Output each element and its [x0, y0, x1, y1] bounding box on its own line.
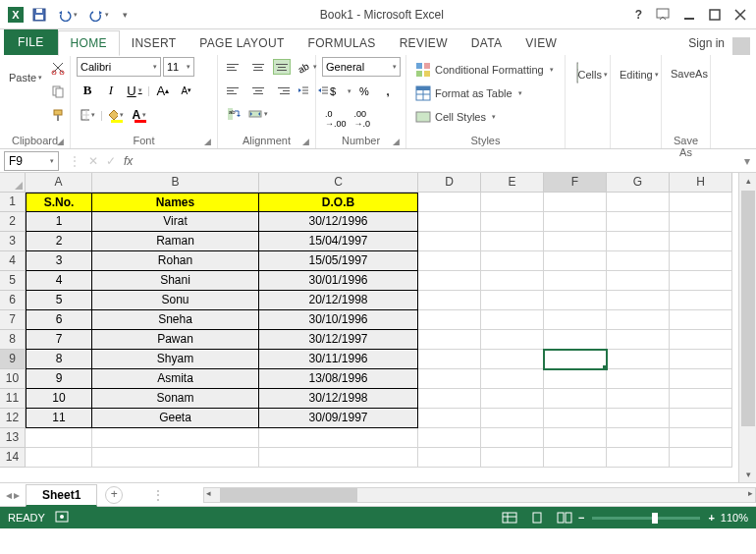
cell-E4[interactable] — [481, 251, 544, 271]
page-layout-view-button[interactable] — [525, 510, 549, 526]
cell-A4[interactable]: 3 — [26, 251, 92, 271]
conditional-formatting-button[interactable]: Conditional Formatting▾ — [412, 59, 557, 81]
cell-F2[interactable] — [544, 212, 607, 232]
maximize-button[interactable] — [709, 9, 721, 21]
column-header-C[interactable]: C — [259, 173, 418, 193]
cell-C1[interactable]: D.O.B — [259, 193, 418, 212]
cell-H6[interactable] — [670, 291, 732, 310]
cell-B5[interactable]: Shani — [92, 271, 259, 291]
tab-review[interactable]: REVIEW — [388, 31, 459, 55]
normal-view-button[interactable] — [498, 510, 521, 526]
clipboard-launcher[interactable]: ◢ — [57, 137, 64, 146]
align-left-button[interactable] — [224, 81, 245, 100]
cell-H9[interactable] — [670, 350, 732, 369]
horizontal-scroll-thumb[interactable] — [220, 488, 357, 502]
row-header-1[interactable]: 1 — [0, 193, 26, 212]
cell-A5[interactable]: 4 — [26, 271, 92, 291]
worksheet-grid[interactable]: ABCDEFGH 1234567891011121314 S.No.NamesD… — [0, 173, 756, 483]
row-header-7[interactable]: 7 — [0, 310, 26, 330]
cell-G6[interactable] — [607, 291, 670, 310]
align-bottom-button[interactable] — [271, 57, 293, 77]
cell-C14[interactable] — [259, 448, 418, 468]
tab-file[interactable]: FILE — [4, 29, 58, 55]
cell-C12[interactable]: 30/09/1997 — [259, 409, 418, 428]
cell-styles-button[interactable]: Cell Styles▾ — [412, 106, 499, 128]
cell-B1[interactable]: Names — [92, 193, 259, 212]
cell-D12[interactable] — [418, 409, 481, 428]
font-name-combo[interactable]: Calibri▾ — [77, 57, 161, 77]
cell-H14[interactable] — [670, 448, 732, 468]
cell-D14[interactable] — [418, 448, 481, 468]
column-header-E[interactable]: E — [481, 173, 544, 193]
signin-link[interactable]: Sign in — [680, 31, 732, 55]
cell-E1[interactable] — [481, 193, 544, 212]
sheet-nav-next[interactable]: ▸ — [14, 488, 20, 502]
cell-A2[interactable]: 1 — [26, 212, 92, 232]
column-header-H[interactable]: H — [670, 173, 732, 193]
format-painter-button[interactable] — [47, 104, 69, 126]
scroll-up-button[interactable]: ▴ — [739, 173, 756, 189]
cell-F14[interactable] — [544, 448, 607, 468]
cell-B6[interactable]: Sonu — [92, 291, 259, 310]
qat-undo-button[interactable]: ▾ — [55, 5, 81, 25]
cell-E14[interactable] — [481, 448, 544, 468]
cell-F1[interactable] — [544, 193, 607, 212]
cell-A13[interactable] — [26, 428, 92, 448]
alignment-launcher[interactable]: ◢ — [302, 137, 309, 146]
cells-button[interactable]: Cells▾ — [571, 57, 611, 92]
macro-record-icon[interactable] — [55, 511, 69, 525]
cell-E10[interactable] — [481, 369, 544, 389]
shrink-font-button[interactable]: A▾ — [176, 80, 197, 101]
cell-C4[interactable]: 15/05/1997 — [259, 251, 418, 271]
tab-home[interactable]: HOME — [58, 30, 120, 56]
align-center-button[interactable] — [247, 81, 269, 100]
cell-C9[interactable]: 30/11/1996 — [259, 350, 418, 369]
tab-view[interactable]: VIEW — [513, 31, 568, 55]
help-button[interactable]: ? — [635, 8, 642, 22]
cell-G12[interactable] — [607, 409, 670, 428]
new-sheet-button[interactable]: + — [105, 486, 123, 504]
cell-D11[interactable] — [418, 389, 481, 409]
cell-C8[interactable]: 30/12/1997 — [259, 330, 418, 350]
tab-formulas[interactable]: FORMULAS — [297, 31, 388, 55]
cell-B9[interactable]: Shyam — [92, 350, 259, 369]
cell-D4[interactable] — [418, 251, 481, 271]
align-middle-button[interactable] — [247, 57, 269, 77]
font-color-button[interactable]: A▾ — [129, 104, 150, 126]
cell-E5[interactable] — [481, 271, 544, 291]
cell-C3[interactable]: 15/04/1997 — [259, 232, 418, 251]
cell-C2[interactable]: 30/12/1996 — [259, 212, 418, 232]
font-launcher[interactable]: ◢ — [204, 137, 211, 146]
cell-D6[interactable] — [418, 291, 481, 310]
page-break-view-button[interactable] — [553, 510, 576, 526]
cell-G8[interactable] — [607, 330, 670, 350]
cell-B2[interactable]: Virat — [92, 212, 259, 232]
column-header-A[interactable]: A — [26, 173, 92, 193]
cell-E11[interactable] — [481, 389, 544, 409]
cell-F6[interactable] — [544, 291, 607, 310]
cell-A10[interactable]: 9 — [26, 369, 92, 389]
cell-D13[interactable] — [418, 428, 481, 448]
cell-D7[interactable] — [418, 310, 481, 330]
number-launcher[interactable]: ◢ — [393, 137, 400, 146]
cell-F10[interactable] — [544, 369, 607, 389]
wrap-text-button[interactable]: ab — [224, 104, 243, 124]
cell-F7[interactable] — [544, 310, 607, 330]
vertical-scrollbar[interactable]: ▴ ▾ — [738, 173, 756, 482]
row-header-10[interactable]: 10 — [0, 369, 26, 389]
copy-button[interactable] — [47, 81, 69, 102]
cell-A8[interactable]: 7 — [26, 330, 92, 350]
cell-E7[interactable] — [481, 310, 544, 330]
cell-B11[interactable]: Sonam — [92, 389, 259, 409]
cell-A7[interactable]: 6 — [26, 310, 92, 330]
ribbon-options-button[interactable] — [656, 8, 670, 22]
cell-E9[interactable] — [481, 350, 544, 369]
cell-F12[interactable] — [544, 409, 607, 428]
cell-G14[interactable] — [607, 448, 670, 468]
align-right-button[interactable] — [271, 81, 293, 100]
zoom-slider[interactable] — [592, 517, 700, 520]
cell-G11[interactable] — [607, 389, 670, 409]
editing-button[interactable]: Editing▾ — [617, 57, 656, 92]
cell-C5[interactable]: 30/01/1996 — [259, 271, 418, 291]
zoom-in-button[interactable]: + — [708, 512, 714, 524]
